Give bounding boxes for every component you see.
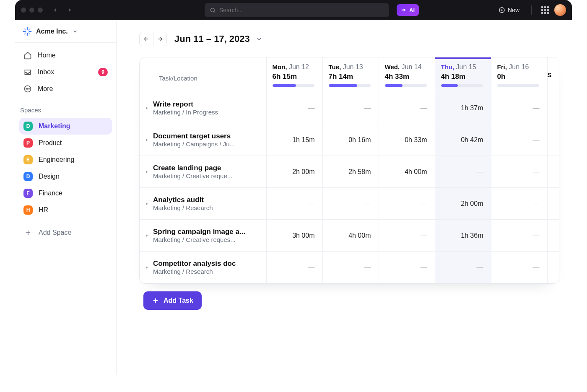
space-item[interactable]: DDesign xyxy=(19,168,112,185)
space-label: HR xyxy=(39,206,48,214)
chevron-left-icon xyxy=(52,7,58,13)
time-cell-overflow xyxy=(547,92,559,124)
task-cell[interactable]: Spring campaign image a...Marketing / Cr… xyxy=(140,220,266,252)
time-cell[interactable]: 0h 16m xyxy=(322,124,379,156)
svg-point-0 xyxy=(211,8,215,12)
time-cell[interactable]: — xyxy=(491,92,547,124)
range-next-button[interactable] xyxy=(153,32,166,46)
time-cell[interactable]: — xyxy=(322,188,379,220)
table-row: Spring campaign image a...Marketing / Cr… xyxy=(140,220,559,252)
caret-right-icon[interactable] xyxy=(144,106,150,110)
titlebar: AI New xyxy=(15,0,572,20)
space-label: Finance xyxy=(39,190,62,197)
time-cell[interactable]: 2h 00m xyxy=(266,156,322,188)
task-name: Write report xyxy=(153,100,218,109)
traffic-light-close[interactable] xyxy=(21,8,26,13)
time-cell[interactable]: — xyxy=(379,252,435,283)
time-cell[interactable]: — xyxy=(379,188,435,220)
app-switcher-button[interactable] xyxy=(540,5,550,15)
workspace-switcher[interactable]: Acme Inc. xyxy=(15,20,116,43)
day-progress-bar xyxy=(273,84,314,87)
space-item[interactable]: DMarketing xyxy=(19,118,112,135)
column-header-day[interactable]: Mon, Jun 126h 15m xyxy=(266,57,322,92)
add-space-button[interactable]: Add Space xyxy=(19,224,112,241)
search-field[interactable] xyxy=(205,3,389,17)
user-avatar[interactable] xyxy=(554,4,566,16)
nav-back-button[interactable] xyxy=(50,5,60,15)
caret-right-icon[interactable] xyxy=(144,202,150,206)
space-label: Design xyxy=(39,173,60,180)
plus-circle-icon xyxy=(499,7,505,13)
traffic-light-zoom[interactable] xyxy=(38,8,43,13)
day-date: Jun 15 xyxy=(456,63,476,70)
time-cell[interactable]: 0h 33m xyxy=(379,124,435,156)
traffic-light-minimize[interactable] xyxy=(29,8,34,13)
time-cell[interactable]: 2h 00m xyxy=(435,188,491,220)
time-cell-overflow xyxy=(547,220,559,252)
task-cell[interactable]: Create landing pageMarketing / Creative … xyxy=(140,156,266,188)
workspace-logo-icon xyxy=(23,27,32,36)
task-cell[interactable]: Document target usersMarketing / Campaig… xyxy=(140,124,266,156)
time-cell[interactable]: — xyxy=(266,92,322,124)
nav-home[interactable]: Home xyxy=(19,47,112,64)
new-button[interactable]: New xyxy=(495,4,523,16)
space-item[interactable]: HHR xyxy=(19,202,112,218)
task-cell[interactable]: Competitor analysis docMarketing / Resea… xyxy=(140,252,266,283)
grid-icon xyxy=(541,6,549,14)
time-cell[interactable]: — xyxy=(379,92,435,124)
task-path: Marketing / Campaigns / Ju... xyxy=(153,140,235,148)
plus-icon xyxy=(23,228,33,237)
nav-label: More xyxy=(38,85,53,93)
task-cell[interactable]: Write reportMarketing / In Progress xyxy=(140,92,266,124)
nav-inbox[interactable]: Inbox 9 xyxy=(19,64,112,80)
time-cell-overflow xyxy=(547,252,559,283)
ai-button[interactable]: AI xyxy=(397,4,419,16)
column-header-day[interactable]: Tue, Jun 137h 14m xyxy=(322,57,379,92)
column-header-day[interactable]: Wed, Jun 144h 33m xyxy=(379,57,435,92)
add-task-button[interactable]: Add Task xyxy=(143,291,202,310)
time-cell[interactable]: — xyxy=(491,188,547,220)
column-header-day[interactable]: Fri, Jun 160h xyxy=(491,57,547,92)
space-item[interactable]: PProduct xyxy=(19,135,112,151)
time-cell[interactable]: 4h 00m xyxy=(322,220,379,252)
time-cell[interactable]: 0h 42m xyxy=(435,124,491,156)
nav-forward-button[interactable] xyxy=(65,5,75,15)
spaces-list: DMarketingPProductEEngineeringDDesignFFi… xyxy=(15,118,116,223)
time-cell-overflow xyxy=(547,156,559,188)
task-name: Document target users xyxy=(153,132,235,140)
time-cell[interactable]: — xyxy=(491,252,547,283)
time-cell[interactable]: 1h 37m xyxy=(435,92,491,124)
space-item[interactable]: EEngineering xyxy=(19,151,112,168)
time-cell[interactable]: — xyxy=(435,156,491,188)
time-cell[interactable]: 2h 58m xyxy=(322,156,379,188)
time-cell[interactable]: 1h 36m xyxy=(435,220,491,252)
caret-right-icon[interactable] xyxy=(144,265,150,270)
date-range-picker[interactable]: Jun 11 – 17, 2023 xyxy=(174,34,262,44)
column-header-day[interactable]: Thu, Jun 154h 18m xyxy=(435,57,491,92)
nav-more[interactable]: More xyxy=(19,80,112,97)
space-item[interactable]: FFinance xyxy=(19,185,112,202)
space-label: Marketing xyxy=(39,122,70,130)
time-cell[interactable]: — xyxy=(491,124,547,156)
search-input[interactable] xyxy=(219,7,384,13)
caret-right-icon[interactable] xyxy=(144,234,150,238)
time-cell[interactable]: — xyxy=(322,92,379,124)
time-cell[interactable]: — xyxy=(266,252,322,283)
time-cell[interactable]: — xyxy=(491,156,547,188)
task-cell[interactable]: Analytics auditMarketing / Research xyxy=(140,188,266,220)
time-cell[interactable]: — xyxy=(435,252,491,283)
time-cell[interactable]: 4h 00m xyxy=(379,156,435,188)
range-prev-button[interactable] xyxy=(140,32,153,46)
space-avatar: D xyxy=(23,172,33,181)
caret-right-icon[interactable] xyxy=(144,170,150,174)
time-cell[interactable]: 1h 15m xyxy=(266,124,322,156)
time-cell[interactable]: — xyxy=(491,220,547,252)
caret-right-icon[interactable] xyxy=(144,138,150,142)
time-cell[interactable]: — xyxy=(266,188,322,220)
task-path: Marketing / Creative reque... xyxy=(153,172,232,179)
time-cell[interactable]: — xyxy=(322,252,379,283)
time-cell[interactable]: — xyxy=(379,220,435,252)
svg-point-2 xyxy=(403,9,405,11)
svg-line-1 xyxy=(214,11,215,13)
time-cell[interactable]: 3h 00m xyxy=(266,220,322,252)
